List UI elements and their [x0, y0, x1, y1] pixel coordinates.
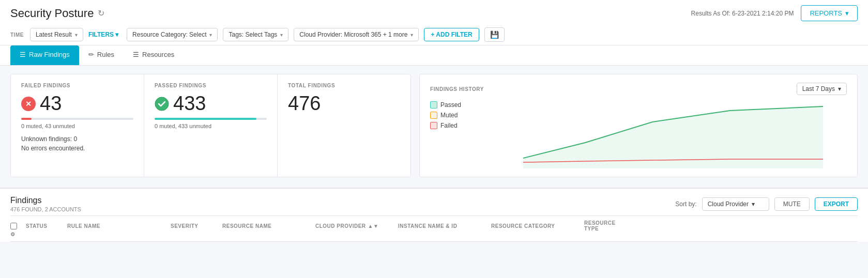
passed-card-label: PASSED FINDINGS — [155, 83, 267, 88]
table-header: STATUS RULE NAME SEVERITY RESOURCE NAME … — [10, 215, 858, 242]
failed-card-label: FAILED FINDINGS — [21, 83, 133, 88]
fail-icon: ✕ — [21, 97, 36, 111]
passed-findings-card: PASSED FINDINGS 433 0 muted, 433 unmuted — [144, 74, 278, 177]
svg-point-0 — [155, 97, 169, 111]
cloud-provider-dropdown[interactable]: Cloud Provider: Microsoft 365 + 1 more ▾ — [294, 28, 419, 41]
save-filter-button[interactable]: 💾 — [484, 27, 505, 42]
col-resource-type: RESOURCE TYPE — [584, 220, 600, 231]
history-title: FINDINGS HISTORY — [430, 86, 484, 92]
chevron-down-icon: ▾ — [280, 32, 283, 38]
failed-progress-bar — [21, 118, 133, 120]
col-cloud-provider[interactable]: CLOUD PROVIDER ▲▼ — [315, 220, 398, 231]
list-icon: ☰ — [20, 51, 26, 58]
no-errors-text: No errors encountered. — [21, 145, 133, 152]
tab-raw-findings[interactable]: ☰ Raw Findings — [10, 45, 79, 65]
findings-title: Findings — [10, 196, 81, 205]
total-count: 476 — [288, 92, 321, 115]
legend-failed: Failed — [430, 122, 477, 129]
chart-legend: Passed Muted Failed — [430, 101, 477, 163]
chevron-down-icon: ▾ — [75, 32, 78, 38]
col-severity: SEVERITY — [171, 220, 222, 231]
legend-muted: Muted — [430, 112, 477, 119]
tags-dropdown[interactable]: Tags: Select Tags ▾ — [223, 28, 288, 41]
chevron-down-icon: ▾ — [209, 32, 212, 38]
failed-count: 43 — [40, 92, 62, 115]
page-title: Security Posture ↻ — [10, 7, 104, 20]
toolbar: TIME Latest Result ▾ FILTERS ▾ Resource … — [0, 24, 868, 45]
pencil-icon: ✏ — [88, 51, 94, 58]
failed-muted-text: 0 muted, 43 unmuted — [21, 123, 133, 129]
cards-area: FAILED FINDINGS ✕ 43 0 muted, 43 unmuted… — [10, 74, 411, 177]
legend-box-muted — [430, 112, 437, 119]
tabs-bar: ☰ Raw Findings ✏ Rules ☰ Resources — [0, 45, 868, 66]
sort-label: Sort by: — [675, 200, 696, 208]
col-rule-name: RULE NAME — [67, 220, 171, 231]
col-checkbox[interactable] — [10, 220, 26, 231]
chevron-down-icon: ▾ — [752, 200, 755, 208]
mute-button[interactable]: MUTE — [774, 197, 810, 211]
grid-icon: ☰ — [133, 51, 139, 58]
time-label: TIME — [10, 32, 24, 38]
main-content: FAILED FINDINGS ✕ 43 0 muted, 43 unmuted… — [0, 66, 868, 186]
top-bar: Security Posture ↻ Results As Of: 6-23-2… — [0, 0, 868, 24]
failed-findings-card: FAILED FINDINGS ✕ 43 0 muted, 43 unmuted… — [11, 74, 144, 177]
total-findings-card: TOTAL FINDINGS 476 — [278, 74, 410, 177]
findings-count: 476 FOUND, 2 ACCOUNTS — [10, 206, 81, 212]
passed-progress-fill — [155, 118, 256, 120]
resource-category-dropdown[interactable]: Resource Category: Select ▾ — [127, 28, 218, 41]
findings-section: Findings 476 FOUND, 2 ACCOUNTS Sort by: … — [0, 188, 868, 242]
refresh-icon[interactable]: ↻ — [98, 8, 104, 18]
findings-chart — [523, 101, 823, 168]
pass-icon — [155, 97, 169, 111]
total-card-label: TOTAL FINDINGS — [288, 83, 400, 88]
col-resource-category: RESOURCE CATEGORY — [491, 220, 584, 231]
passed-muted-text: 0 muted, 433 unmuted — [155, 123, 267, 129]
reports-button[interactable]: REPORTS ▾ — [801, 5, 858, 21]
passed-progress-bar — [155, 118, 267, 120]
history-range-dropdown[interactable]: Last 7 Days ▾ — [797, 83, 847, 95]
filters-label: FILTERS ▾ — [88, 31, 118, 38]
chevron-down-icon: ▾ — [410, 32, 413, 38]
save-icon: 💾 — [490, 30, 499, 39]
col-instance-name: INSTANCE NAME & ID — [398, 220, 491, 231]
unknown-findings: Unknown findings: 0 — [21, 135, 133, 143]
tab-rules[interactable]: ✏ Rules — [79, 45, 124, 65]
chevron-down-icon: ▾ — [115, 31, 118, 38]
tab-resources[interactable]: ☰ Resources — [124, 45, 184, 65]
legend-box-passed — [430, 101, 437, 109]
chevron-down-icon: ▾ — [838, 85, 841, 92]
failed-progress-fill — [21, 118, 32, 120]
add-filter-button[interactable]: + ADD FILTER — [424, 28, 479, 41]
gear-icon[interactable]: ⚙ — [10, 231, 16, 237]
col-status: STATUS — [26, 220, 67, 231]
results-timestamp: Results As Of: 6-23-2021 2:14:20 PM — [691, 10, 794, 17]
export-button[interactable]: EXPORT — [815, 197, 858, 211]
col-settings[interactable]: ⚙ — [10, 231, 26, 237]
select-all-checkbox[interactable] — [10, 223, 17, 229]
sort-dropdown[interactable]: Cloud Provider ▾ — [702, 197, 769, 211]
chevron-down-icon: ▾ — [845, 9, 849, 17]
col-resource-name: RESOURCE NAME — [222, 220, 315, 231]
legend-box-failed — [430, 122, 437, 129]
sort-icon: ▲▼ — [368, 223, 379, 229]
time-dropdown[interactable]: Latest Result ▾ — [30, 28, 83, 41]
legend-passed: Passed — [430, 101, 477, 109]
findings-actions: Sort by: Cloud Provider ▾ MUTE EXPORT — [675, 197, 858, 211]
passed-count: 433 — [173, 92, 206, 115]
findings-history-panel: FINDINGS HISTORY Last 7 Days ▾ Passed Mu… — [419, 74, 858, 177]
